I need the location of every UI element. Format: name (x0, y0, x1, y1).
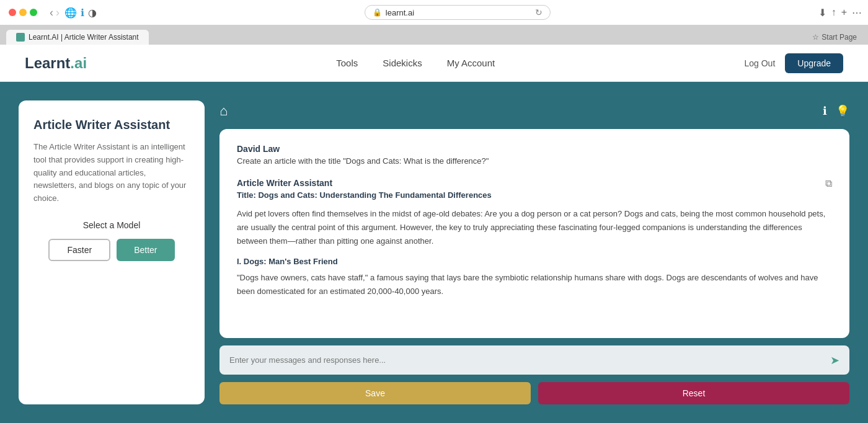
better-model-button[interactable]: Better (117, 239, 174, 261)
browser-toolbar: ‹ › 🌐 ℹ ◑ 🔒 learnt.ai ↻ ⬇ ↑ + ⋯ (0, 0, 868, 25)
sidebar-card: Article Writer Assistant The Article Wri… (19, 100, 205, 404)
tab-title: Learnt.AI | Article Writer Assistant (29, 33, 139, 42)
copy-button[interactable]: ⧉ (825, 178, 832, 189)
user-name: David Law (237, 144, 832, 154)
browser-icons: 🌐 ℹ ◑ (64, 7, 97, 19)
globe-icon: 🌐 (64, 7, 77, 19)
start-page-label: Start Page (822, 33, 857, 42)
action-buttons: Save Reset (219, 382, 849, 404)
logo-text: Learnt (25, 55, 70, 71)
logo: Learnt.ai (25, 55, 87, 72)
nav-my-account[interactable]: My Account (447, 58, 495, 68)
forward-button[interactable]: › (56, 6, 60, 19)
browser-right-icons: ⬇ ↑ + ⋯ (818, 7, 862, 19)
chat-input[interactable] (229, 355, 830, 365)
back-button[interactable]: ‹ (50, 6, 53, 19)
bulb-button[interactable]: 💡 (836, 104, 849, 118)
logout-button[interactable]: Log Out (744, 58, 775, 68)
sidebar-description: The Article Writer Assistant is an intel… (33, 141, 190, 205)
address-text: learnt.ai (386, 8, 414, 17)
browser-nav[interactable] (6, 9, 40, 16)
logo-accent: .ai (70, 55, 87, 71)
send-button[interactable]: ➤ (830, 353, 839, 367)
nav-menu: Tools Sidekicks My Account (336, 58, 495, 68)
info-button[interactable]: ℹ (823, 104, 827, 118)
user-message: David Law Create an article with the tit… (237, 144, 832, 166)
window-controls (6, 9, 40, 16)
menu-icon[interactable]: ⋯ (852, 7, 862, 19)
chat-area: ⌂ ℹ 💡 David Law Create an article with t… (219, 100, 849, 404)
lock-icon: 🔒 (373, 8, 382, 17)
model-buttons: Faster Better (33, 239, 190, 261)
address-bar-container: 🔒 learnt.ai ↻ (102, 5, 813, 20)
sidebar-title: Article Writer Assistant (33, 118, 190, 132)
nav-actions: Log Out Upgrade (744, 53, 843, 73)
download-icon[interactable]: ⬇ (818, 7, 826, 19)
toolbar-right: ℹ 💡 (823, 104, 849, 118)
start-page-tab[interactable]: ☆ Start Page (807, 30, 862, 45)
browser-chrome: ‹ › 🌐 ℹ ◑ 🔒 learnt.ai ↻ ⬇ ↑ + ⋯ Learnt.A… (0, 0, 868, 45)
main-content: Article Writer Assistant The Article Wri… (0, 82, 868, 423)
faster-model-button[interactable]: Faster (48, 239, 110, 261)
reload-icon[interactable]: ↻ (535, 7, 542, 17)
article-intro: Avid pet lovers often find themselves in… (237, 207, 832, 248)
article-title: Title: Dogs and Cats: Understanding The … (237, 190, 832, 200)
article-section1-body: "Dogs have owners, cats have staff," a f… (237, 271, 832, 298)
assistant-message: Article Writer Assistant ⧉ Title: Dogs a… (237, 178, 832, 298)
active-tab[interactable]: Learnt.AI | Article Writer Assistant (6, 30, 149, 45)
app-header: Learnt.ai Tools Sidekicks My Account Log… (0, 45, 868, 82)
upload-icon[interactable]: ↑ (831, 7, 836, 18)
assistant-name: Article Writer Assistant (237, 178, 832, 188)
tab-favicon (16, 33, 25, 42)
send-icon: ➤ (830, 354, 839, 367)
new-tab-icon[interactable]: + (841, 7, 847, 18)
upgrade-button[interactable]: Upgrade (785, 53, 843, 73)
nav-tools[interactable]: Tools (336, 58, 358, 68)
chat-messages: David Law Create an article with the tit… (219, 129, 849, 338)
theme-icon: ◑ (88, 7, 97, 19)
star-icon: ☆ (812, 33, 819, 42)
save-button[interactable]: Save (219, 382, 531, 404)
reset-button[interactable]: Reset (538, 382, 849, 404)
home-button[interactable]: ⌂ (219, 103, 228, 119)
nav-sidekicks[interactable]: Sidekicks (383, 58, 422, 68)
chat-toolbar: ⌂ ℹ 💡 (219, 100, 849, 122)
user-text: Create an article with the title "Dogs a… (237, 156, 832, 166)
browser-tab-bar: Learnt.AI | Article Writer Assistant ☆ S… (0, 25, 868, 45)
article-section1-title: I. Dogs: Man's Best Friend (237, 257, 832, 266)
model-label: Select a Model (33, 220, 190, 230)
input-container: ➤ (219, 345, 849, 375)
address-bar[interactable]: 🔒 learnt.ai ↻ (365, 5, 551, 20)
info-icon: ℹ (81, 7, 84, 19)
